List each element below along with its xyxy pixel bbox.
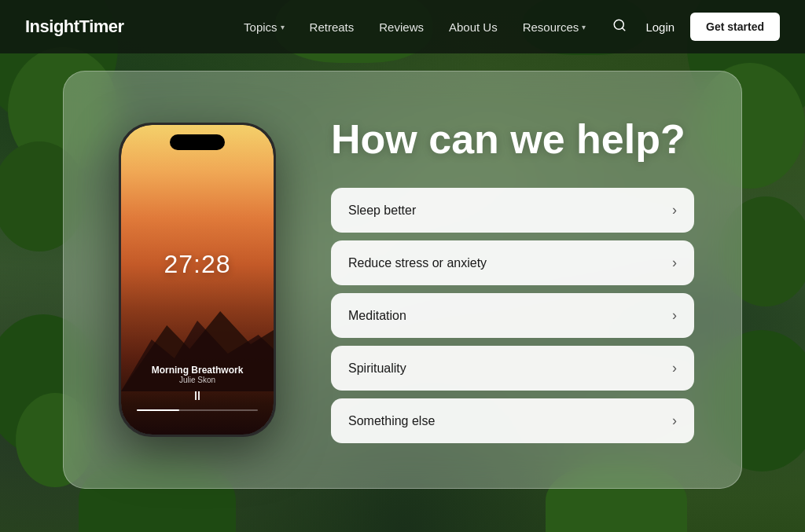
nav-resources[interactable]: Resources ▾ bbox=[512, 14, 597, 40]
track-artist: Julie Skon bbox=[137, 376, 258, 384]
option-meditation[interactable]: Meditation › bbox=[331, 293, 694, 338]
option-list: Sleep better › Reduce stress or anxiety … bbox=[331, 188, 694, 443]
nav-resources-label: Resources bbox=[523, 20, 579, 34]
nav-about-label: About Us bbox=[449, 20, 498, 34]
main-card: 27:28 Morning Breathwork Julie Skon ⏸ Ho… bbox=[63, 71, 742, 489]
nav-retreats-label: Retreats bbox=[310, 20, 355, 34]
option-label: Reduce stress or anxiety bbox=[348, 256, 487, 270]
option-spirituality[interactable]: Spirituality › bbox=[331, 346, 694, 391]
option-sleep-better[interactable]: Sleep better › bbox=[331, 188, 694, 233]
logo[interactable]: InsightTimer bbox=[25, 17, 124, 37]
phone-frame: 27:28 Morning Breathwork Julie Skon ⏸ bbox=[119, 123, 276, 437]
option-label: Sleep better bbox=[348, 204, 416, 218]
phone-bottom-info: Morning Breathwork Julie Skon ⏸ bbox=[121, 365, 274, 411]
right-content: How can we help? Sleep better › Reduce s… bbox=[331, 116, 694, 444]
navbar: InsightTimer Topics ▾ Retreats Reviews A… bbox=[0, 0, 805, 53]
nav-links: Topics ▾ Retreats Reviews About Us Resou… bbox=[233, 14, 597, 40]
chevron-right-icon: › bbox=[672, 413, 677, 429]
chevron-down-icon: ▾ bbox=[281, 23, 285, 31]
option-label: Spirituality bbox=[348, 361, 406, 376]
option-label: Meditation bbox=[348, 309, 406, 323]
progress-bar bbox=[137, 409, 258, 411]
progress-fill bbox=[137, 409, 179, 411]
chevron-right-icon: › bbox=[672, 255, 677, 271]
nav-reviews[interactable]: Reviews bbox=[368, 14, 435, 40]
login-button[interactable]: Login bbox=[639, 14, 681, 40]
nav-about[interactable]: About Us bbox=[438, 14, 509, 40]
chevron-down-icon-resources: ▾ bbox=[582, 23, 586, 31]
phone-screen: 27:28 Morning Breathwork Julie Skon ⏸ bbox=[121, 125, 274, 435]
play-controls: ⏸ bbox=[137, 389, 258, 403]
nav-topics[interactable]: Topics ▾ bbox=[233, 14, 296, 40]
option-reduce-stress[interactable]: Reduce stress or anxiety › bbox=[331, 240, 694, 285]
get-started-button[interactable]: Get started bbox=[690, 13, 780, 41]
option-label: Something else bbox=[348, 414, 435, 428]
phone-container: 27:28 Morning Breathwork Julie Skon ⏸ bbox=[111, 123, 284, 437]
nav-retreats[interactable]: Retreats bbox=[299, 14, 366, 40]
phone-timer: 27:28 bbox=[164, 250, 230, 279]
chevron-right-icon: › bbox=[672, 360, 677, 376]
main-heading: How can we help? bbox=[331, 116, 694, 163]
chevron-right-icon: › bbox=[672, 202, 677, 218]
track-title: Morning Breathwork bbox=[137, 365, 258, 376]
nav-reviews-label: Reviews bbox=[379, 20, 424, 34]
nav-topics-label: Topics bbox=[244, 20, 278, 34]
nav-actions: Login Get started bbox=[609, 13, 780, 41]
dynamic-island bbox=[170, 134, 225, 150]
option-something-else[interactable]: Something else › bbox=[331, 398, 694, 443]
svg-line-1 bbox=[623, 28, 625, 30]
chevron-right-icon: › bbox=[672, 307, 677, 324]
pause-icon[interactable]: ⏸ bbox=[191, 389, 204, 403]
search-icon[interactable] bbox=[609, 15, 630, 39]
